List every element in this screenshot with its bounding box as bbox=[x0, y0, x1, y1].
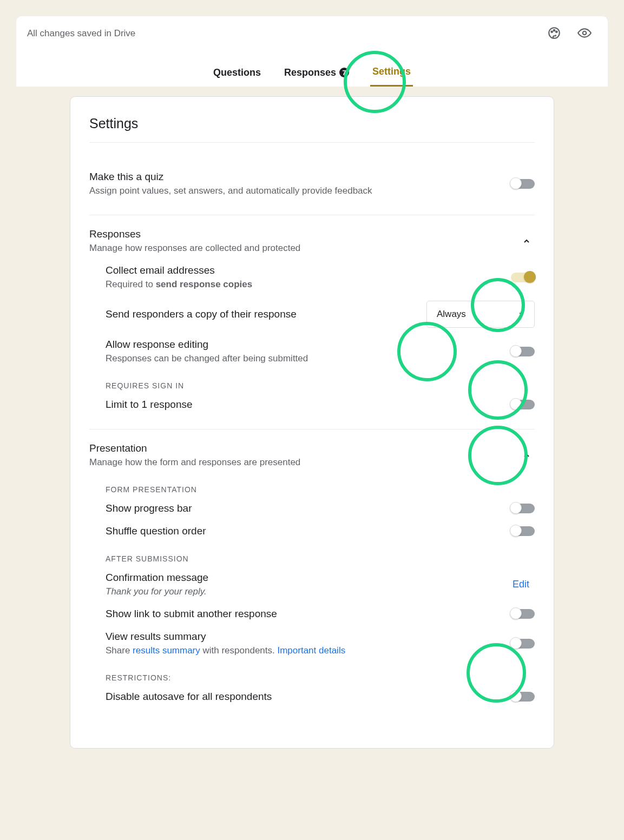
svg-point-4 bbox=[583, 31, 587, 35]
tab-label: Responses bbox=[284, 67, 336, 78]
section-responses: Responses Manage how responses are colle… bbox=[89, 215, 535, 429]
svg-point-3 bbox=[556, 31, 557, 33]
allow-edit-sub: Responses can be changed after being sub… bbox=[106, 353, 500, 364]
tabs: Questions Responses 7 Settings bbox=[35, 32, 589, 87]
confirm-title: Confirmation message bbox=[106, 572, 502, 584]
collect-email-title: Collect email addresses bbox=[106, 264, 500, 276]
disable-autosave-toggle[interactable] bbox=[511, 692, 535, 702]
quiz-sub: Assign point values, set answers, and au… bbox=[89, 186, 500, 196]
send-copy-dropdown[interactable]: Always ▼ bbox=[426, 301, 535, 328]
show-link-title: Show link to submit another response bbox=[106, 608, 500, 620]
allow-edit-title: Allow response editing bbox=[106, 339, 500, 350]
progress-toggle[interactable] bbox=[511, 504, 535, 513]
collect-email-toggle[interactable] bbox=[511, 273, 535, 282]
view-results-sub: Share results summary with respondents. … bbox=[106, 645, 500, 656]
quiz-toggle[interactable] bbox=[511, 179, 535, 189]
send-copy-title: Send responders a copy of their response bbox=[106, 308, 416, 320]
responses-count-badge: 7 bbox=[339, 68, 349, 77]
svg-point-1 bbox=[551, 31, 553, 33]
chevron-up-icon[interactable] bbox=[518, 233, 535, 249]
dropdown-value: Always bbox=[437, 309, 466, 320]
svg-point-2 bbox=[554, 30, 555, 31]
section-presentation: Presentation Manage how the form and res… bbox=[89, 429, 535, 721]
responses-sub: Manage how responses are collected and p… bbox=[89, 243, 508, 254]
show-link-toggle[interactable] bbox=[511, 609, 535, 619]
chevron-up-icon[interactable] bbox=[518, 447, 535, 464]
results-summary-link[interactable]: results summary bbox=[133, 645, 200, 656]
after-submission-head: AFTER SUBMISSION bbox=[106, 554, 535, 563]
restrictions-head: RESTRICTIONS: bbox=[106, 673, 535, 682]
page-title: Settings bbox=[89, 116, 535, 131]
form-presentation-head: FORM PRESENTATION bbox=[106, 485, 535, 494]
view-results-toggle[interactable] bbox=[511, 639, 535, 649]
limit-toggle[interactable] bbox=[511, 400, 535, 409]
important-details-link[interactable]: Important details bbox=[277, 645, 345, 656]
dropdown-arrow-icon: ▼ bbox=[518, 310, 524, 318]
palette-icon[interactable] bbox=[547, 26, 561, 40]
tab-settings[interactable]: Settings bbox=[370, 59, 413, 87]
disable-autosave-title: Disable autosave for all respondents bbox=[106, 691, 500, 703]
preview-icon[interactable] bbox=[577, 26, 592, 40]
requires-signin-head: REQUIRES SIGN IN bbox=[106, 381, 535, 390]
tab-responses[interactable]: Responses 7 bbox=[282, 59, 351, 87]
tab-questions[interactable]: Questions bbox=[211, 59, 263, 87]
allow-edit-toggle[interactable] bbox=[511, 347, 535, 356]
responses-title: Responses bbox=[89, 228, 508, 240]
shuffle-title: Shuffle question order bbox=[106, 525, 500, 537]
collect-email-sub: Required to send response copies bbox=[106, 279, 500, 290]
confirm-sub: Thank you for your reply. bbox=[106, 586, 502, 597]
settings-card: Settings Make this a quiz Assign point v… bbox=[70, 96, 554, 749]
tab-label: Settings bbox=[372, 66, 411, 77]
edit-confirmation-button[interactable]: Edit bbox=[513, 579, 535, 590]
topbar: All changes saved in Drive Questions Res… bbox=[16, 16, 608, 87]
limit-title: Limit to 1 response bbox=[106, 399, 500, 411]
presentation-title: Presentation bbox=[89, 442, 508, 454]
section-quiz: Make this a quiz Assign point values, se… bbox=[89, 158, 535, 215]
quiz-title: Make this a quiz bbox=[89, 171, 500, 183]
shuffle-toggle[interactable] bbox=[511, 526, 535, 536]
progress-title: Show progress bar bbox=[106, 502, 500, 514]
presentation-sub: Manage how the form and responses are pr… bbox=[89, 457, 508, 468]
save-status: All changes saved in Drive bbox=[27, 28, 135, 39]
tab-label: Questions bbox=[213, 67, 261, 78]
view-results-title: View results summary bbox=[106, 631, 500, 643]
